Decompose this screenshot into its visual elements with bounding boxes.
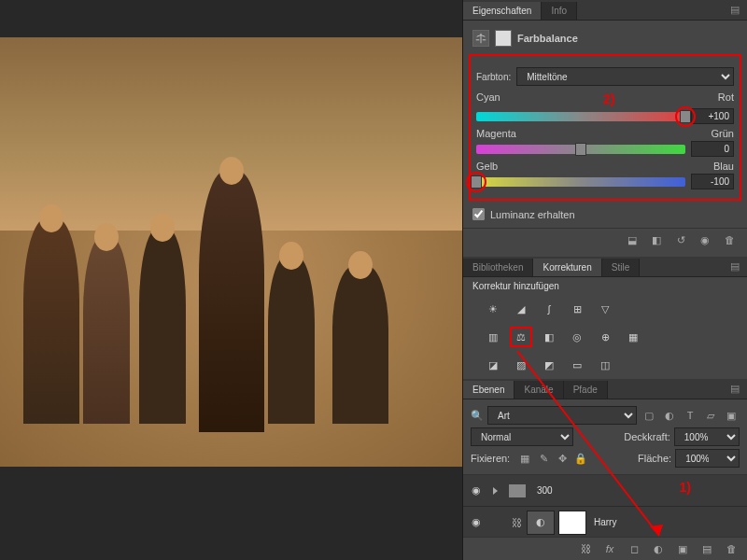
expand-icon[interactable] [493,487,498,495]
new-group-icon[interactable]: ▣ [674,541,691,556]
lock-position-icon[interactable]: ✥ [555,451,570,466]
tab-kanaele[interactable]: Kanäle [514,381,563,399]
properties-button-row: ⬓ ◧ ↺ ◉ 🗑 [463,228,747,251]
view-previous-icon[interactable]: ◧ [648,232,665,247]
gruen-label: Grün [712,128,734,139]
tab-stile[interactable]: Stile [602,259,640,276]
tab-pfade[interactable]: Pfade [564,381,608,399]
toggle-visibility-icon[interactable]: ◉ [697,232,713,247]
adjustment-thumb: ◐ [527,511,555,535]
tab-bibliotheken[interactable]: Bibliotheken [463,259,533,276]
magenta-green-handle[interactable] [575,143,586,156]
layers-tabs: Ebenen Kanäle Pfade ▤ [463,379,747,399]
fill-value[interactable]: 100% [675,449,740,468]
tone-label: Farbton: [476,72,511,82]
libraries-tabs: Bibliotheken Korrekturen Stile ▤ [463,257,747,277]
panel-menu-icon[interactable]: ▤ [723,257,747,276]
threshold-icon[interactable]: ◩ [538,355,560,375]
tab-info[interactable]: Info [542,2,577,20]
filter-type-icon[interactable]: T [682,408,698,423]
adjustments-panel: Korrektur hinzufügen ☀ ◢ ∫ ⊞ ▽ ▥ ⚖ ◧ ◎ ⊕… [463,277,747,379]
fill-label: Fläche: [638,453,671,464]
tab-eigenschaften[interactable]: Eigenschaften [463,2,542,20]
lock-transparent-icon[interactable]: ▦ [517,451,532,466]
delete-layer-icon[interactable]: 🗑 [723,541,740,556]
add-adjustment-label: Korrektur hinzufügen [463,277,747,295]
lock-pixels-icon[interactable]: ✎ [536,451,551,466]
photo-preview [0,37,462,467]
layer-filter-kind[interactable]: Art [487,406,637,425]
panel-menu-icon[interactable]: ▤ [723,379,747,399]
color-balance-icon[interactable]: ⚖ [510,327,532,347]
curves-icon[interactable]: ∫ [538,299,560,319]
properties-panel: Farbbalance Farbton: Mitteltöne Cyan 2) … [463,21,747,257]
color-lookup-icon[interactable]: ▦ [622,327,644,347]
folder-icon [509,484,526,497]
layers-footer: ⛓ fx ◻ ◐ ▣ ▤ 🗑 [463,537,747,560]
channel-mixer-icon[interactable]: ⊕ [594,327,616,347]
vibrance-icon[interactable]: ▽ [594,299,616,319]
layer-harry[interactable]: ◉ ⛓ ◐ Harry [463,507,747,537]
filter-search-icon[interactable]: 🔍 [471,410,484,422]
cyan-red-value[interactable] [691,108,734,124]
link-layers-icon[interactable]: ⛓ [577,541,594,556]
bw-icon[interactable]: ◧ [538,327,560,347]
right-panel-stack: Eigenschaften Info ▤ Farbbalance Farbton… [462,0,747,560]
visibility-toggle[interactable]: ◉ [467,516,486,528]
exposure-icon[interactable]: ⊞ [566,299,588,319]
delete-icon[interactable]: 🗑 [721,232,738,247]
brightness-icon[interactable]: ☀ [482,299,504,319]
rot-label: Rot [718,91,734,106]
hue-sat-icon[interactable]: ▥ [482,327,504,347]
annotation-2: 2) [603,91,614,106]
filter-shape-icon[interactable]: ▱ [702,408,719,423]
reset-icon[interactable]: ↺ [672,232,689,247]
fx-icon[interactable]: fx [601,541,618,556]
blend-mode-dropdown[interactable]: Normal [471,427,573,446]
invert-icon[interactable]: ◪ [482,355,504,375]
cyan-label: Cyan [476,91,500,106]
layer-mask[interactable] [558,511,586,535]
cyan-red-handle[interactable] [680,110,691,123]
properties-tabs: Eigenschaften Info ▤ [463,0,747,21]
magenta-label: Magenta [476,128,516,139]
yellow-blue-handle[interactable] [471,175,482,189]
filter-adj-icon[interactable]: ◐ [661,408,678,423]
yellow-blue-value[interactable] [691,174,734,189]
magenta-green-value[interactable] [691,141,734,157]
gelb-label: Gelb [476,161,498,172]
opacity-value[interactable]: 100% [674,427,740,446]
document-canvas[interactable] [0,0,462,560]
new-layer-icon[interactable]: ▤ [698,541,715,556]
visibility-toggle[interactable]: ◉ [467,484,486,497]
lock-label: Fixieren: [471,453,510,464]
properties-title: Farbbalance [517,33,578,44]
add-mask-icon[interactable]: ◻ [626,541,642,556]
blau-label: Blau [713,161,734,172]
filter-pixel-icon[interactable]: ▢ [641,408,657,423]
filter-smart-icon[interactable]: ▣ [723,408,740,423]
preserve-luminosity-checkbox[interactable]: Luminanz erhalten [463,204,747,224]
annotation-box-2: Farbton: Mitteltöne Cyan 2) Rot [469,54,741,201]
gradient-map-icon[interactable]: ▭ [566,355,588,375]
link-icon[interactable]: ⛓ [510,517,523,528]
clip-to-layer-icon[interactable]: ⬓ [624,232,641,247]
tab-ebenen[interactable]: Ebenen [463,381,514,399]
selective-color-icon[interactable]: ◫ [594,355,616,375]
cyan-red-slider[interactable] [476,112,685,121]
tab-korrekturen[interactable]: Korrekturen [533,259,601,276]
photo-filter-icon[interactable]: ◎ [566,327,588,347]
mask-icon [495,30,512,47]
tone-dropdown[interactable]: Mitteltöne [516,67,734,86]
panel-menu-icon[interactable]: ▤ [723,0,747,20]
magenta-green-slider[interactable] [476,145,685,154]
new-adjustment-icon[interactable]: ◐ [650,541,667,556]
yellow-blue-slider[interactable] [476,177,685,187]
layer-list[interactable]: ◉ 300 ◉ ⛓ ◐ Harry ◉ ⛓ ⚖ Farbbalance 4 [463,475,747,537]
layer-group-300[interactable]: ◉ 300 [463,475,747,507]
layers-panel: 🔍 Art ▢ ◐ T ▱ ▣ Normal Deckkraft: 100% F… [463,399,747,560]
lock-all-icon[interactable]: 🔒 [573,451,588,466]
posterize-icon[interactable]: ▨ [510,355,532,375]
levels-icon[interactable]: ◢ [510,299,532,319]
opacity-label: Deckkraft: [624,431,670,442]
